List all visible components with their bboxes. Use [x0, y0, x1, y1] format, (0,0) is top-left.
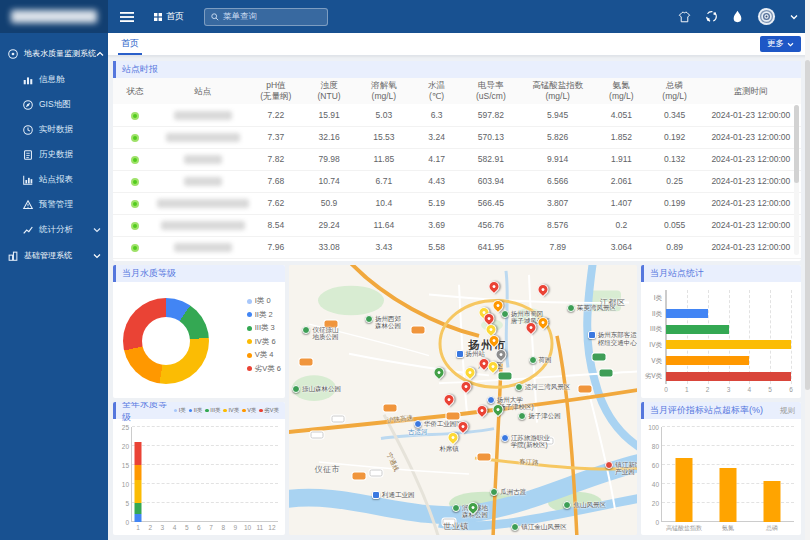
bar-劣V类 — [666, 372, 791, 381]
poi-label: 焦山风景区 — [573, 501, 606, 508]
yearly-quality-header: 全年水质等级 I类II类III类IV类V类劣V类 — [113, 402, 285, 419]
stack-segment-II类 — [135, 514, 142, 522]
legend-dot — [247, 312, 252, 317]
page-scrollbar-thumb[interactable] — [805, 60, 810, 390]
poi-circle-icon — [414, 420, 422, 428]
sidebar-item-0-6[interactable]: 统计分析 — [0, 217, 108, 242]
stacked-bar-month-7 — [208, 427, 215, 522]
gridline — [687, 290, 688, 384]
map-poi: 茱萸湾风景区 — [567, 304, 616, 312]
gridline — [666, 290, 667, 384]
exceed-rate-rules-link[interactable]: 规则 — [780, 406, 795, 416]
monthly-station-stats-chart: 0123456I类II类III类IV类V类劣V类 — [641, 282, 801, 398]
value-cell: 641.95 — [461, 236, 522, 258]
legend-label: IV类 6 — [255, 337, 276, 347]
value-cell: 7.62 — [249, 192, 303, 214]
legend-item: V类 — [242, 407, 256, 414]
exceed-rate-panel: 当月评价指标站点超标率(%) 规则 020406080100高锰酸盐指数氨氮总磷 — [641, 402, 801, 535]
value-cell: 10.4 — [355, 192, 412, 214]
value-cell: 7.96 — [249, 236, 303, 258]
user-menu-chevron-down-icon[interactable] — [790, 14, 798, 20]
yearly-quality-chart: 0510152025123456789101112 — [113, 419, 285, 535]
sidebar-item-0-1[interactable]: GIS地图 — [0, 92, 108, 117]
exceed-rate-chart: 020406080100高锰酸盐指数氨氮总磷 — [641, 419, 801, 535]
map-poi: 扬州东部客运 枢纽交通中心 — [588, 331, 637, 346]
sidebar-item-label: 统计分析 — [39, 224, 73, 236]
table-body: 7.2215.915.036.3597.825.9454.0510.345202… — [113, 104, 801, 258]
screen-icon[interactable] — [705, 10, 718, 23]
column-header: 浊度(NTU) — [303, 78, 355, 104]
status-cell — [113, 236, 157, 258]
history-icon — [22, 149, 34, 161]
skin-icon[interactable] — [678, 11, 691, 23]
time-cell: 2024-01-23 12:00:00 — [701, 192, 801, 214]
tab-home[interactable]: 首页 — [118, 33, 142, 55]
stacked-bar-month-11 — [256, 427, 263, 522]
sidebar-item-0-4[interactable]: 站点报表 — [0, 167, 108, 192]
value-cell: 3.064 — [594, 236, 648, 258]
sidebar-item-0-0[interactable]: 信息舱 — [0, 67, 108, 92]
sidebar-item-0-2[interactable]: 实时数据 — [0, 117, 108, 142]
value-cell: 15.53 — [355, 126, 412, 148]
value-cell: 15.91 — [303, 104, 355, 126]
sidebar-item-label: 预警管理 — [39, 199, 73, 211]
poi-square-icon — [372, 491, 380, 499]
stacked-bar-month-8 — [220, 427, 227, 522]
more-button[interactable]: 更多 — [760, 36, 801, 52]
table-scrollbar-thumb[interactable] — [794, 105, 799, 183]
value-cell: 29.24 — [303, 214, 355, 236]
value-cell: 603.94 — [461, 170, 522, 192]
value-cell: 0.132 — [649, 148, 701, 170]
x-tick-label: 1 — [136, 524, 140, 531]
left-column: 当月水质等级 I类 0II类 2III类 3IV类 6V类 4劣V类 6 全年水… — [113, 265, 285, 535]
legend-dot — [242, 409, 246, 413]
avatar[interactable] — [757, 7, 776, 26]
column-header: pH值(无量纲) — [249, 78, 303, 104]
menu-search-input[interactable]: 菜单查询 — [204, 8, 328, 26]
value-cell: 8.576 — [521, 214, 594, 236]
stations-map[interactable]: 扬州市广陵区江都区仪征市世业镇朴席镇古运河沪陕高速春江路宁通线扬州西郊 森林公园… — [289, 265, 637, 535]
poi-circle-icon — [567, 304, 575, 312]
x-tick-label: 8 — [221, 524, 225, 531]
table-row: 7.6810.746.714.43603.946.5662.0610.25202… — [113, 170, 801, 192]
breadcrumb-home[interactable]: 首页 — [154, 10, 184, 23]
station-cell — [157, 214, 249, 236]
road-shield — [370, 469, 383, 476]
sidebar-item-0-5[interactable]: 预警管理 — [0, 192, 108, 217]
monthly-station-stats-panel: 当月站点统计 0123456I类II类III类IV类V类劣V类 — [641, 265, 801, 398]
sidebar-group-1[interactable]: 基础管理系统 — [0, 242, 108, 269]
poi-label: 扬子津公园 — [528, 412, 561, 419]
sidebar-group-0[interactable]: 地表水质量监测系统 — [0, 40, 108, 67]
poi-label: 荷园 — [539, 356, 552, 363]
gridline — [662, 426, 794, 427]
poi-circle-icon — [292, 385, 300, 393]
value-cell: 566.45 — [461, 192, 522, 214]
map-poi: 瓜洲古渡 — [490, 488, 526, 496]
legend-dot — [259, 409, 263, 413]
hamburger-icon[interactable] — [120, 11, 134, 23]
poi-circle-icon — [563, 501, 571, 509]
x-tick-label: 6 — [197, 524, 201, 531]
y-tick-label: 25 — [122, 424, 129, 431]
value-cell: 3.807 — [521, 192, 594, 214]
sidebar-item-0-3[interactable]: 历史数据 — [0, 142, 108, 167]
y-tick-label: 0 — [125, 519, 129, 526]
stacked-plot: 0510152025123456789101112 — [131, 427, 278, 522]
value-cell: 11.64 — [355, 214, 412, 236]
sidebar-nav: 地表水质量监测系统信息舱GIS地图实时数据历史数据站点报表预警管理统计分析基础管… — [0, 33, 108, 269]
category-label: IV类 — [649, 340, 662, 349]
value-cell: 597.82 — [461, 104, 522, 126]
x-tick-label: 3 — [727, 386, 731, 393]
time-cell: 2024-01-23 12:00:00 — [701, 214, 801, 236]
water-drop-icon[interactable] — [732, 10, 743, 23]
station-cell — [157, 126, 249, 148]
hbar-row-V类: V类 — [666, 356, 791, 365]
x-tick-label: 5 — [768, 386, 772, 393]
map-icon — [22, 99, 34, 111]
column-header: 水温(℃) — [413, 78, 461, 104]
category-label: I类 — [654, 293, 662, 302]
legend-label: III类 — [210, 407, 220, 414]
poi-circle-icon — [487, 396, 495, 404]
road-shield — [592, 353, 605, 360]
station-name-blurred — [157, 199, 249, 208]
